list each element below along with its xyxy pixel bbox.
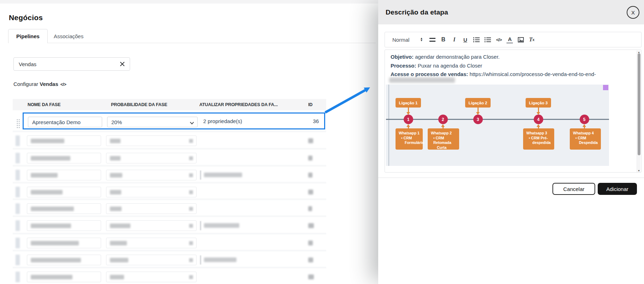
chevron-down-icon xyxy=(189,258,193,262)
phase-name-input[interactable] xyxy=(27,203,101,214)
drag-handle-icon[interactable] xyxy=(16,203,20,214)
phase-probability-select[interactable] xyxy=(106,135,197,146)
annotation-arrow xyxy=(319,81,375,116)
diagram-axis-line xyxy=(388,85,389,166)
phase-name-input[interactable] xyxy=(27,135,101,146)
scroll-down-icon[interactable]: ▼ xyxy=(637,169,641,172)
underline-icon[interactable]: U xyxy=(462,36,468,44)
phase-name-input[interactable] xyxy=(27,272,101,282)
drag-handle-icon[interactable] xyxy=(16,135,20,146)
whatsapp-2-box: Whatsapp 2 • CRM Retomada Curta xyxy=(428,128,459,150)
panel-footer-divider xyxy=(378,178,644,178)
phase-probability-select[interactable] xyxy=(106,272,197,282)
code-icon: </> xyxy=(60,82,66,87)
phase-probability-select[interactable] xyxy=(106,238,197,248)
redacted-properties xyxy=(204,257,236,262)
scroll-up-icon[interactable]: ▲ xyxy=(637,51,641,53)
editor-scrollbar-thumb[interactable] xyxy=(638,53,640,155)
phase-name-input[interactable] xyxy=(27,220,101,231)
text-color-icon[interactable]: A xyxy=(507,36,513,44)
redacted-text xyxy=(31,156,70,161)
whatsapp-box-line: • CRM Pré- xyxy=(526,136,554,141)
table-row xyxy=(13,217,326,234)
phase-name-input[interactable] xyxy=(27,170,101,180)
whatsapp-box-line: Formulário xyxy=(399,140,423,145)
step-circle-3: 3 xyxy=(473,115,483,124)
whatsapp-box-line: • CRM xyxy=(399,136,423,141)
redacted-text xyxy=(110,156,121,161)
phase-name-input[interactable] xyxy=(27,255,101,265)
phase-name-input[interactable] xyxy=(27,187,101,197)
pipeline-search-input[interactable]: Vendas xyxy=(13,57,130,71)
phase-probability-select[interactable] xyxy=(106,187,197,197)
bullet-list-icon[interactable] xyxy=(484,36,491,44)
phase-properties-link[interactable]: 2 propriedade(s) xyxy=(203,114,242,128)
editor-scrollbar[interactable]: ▲ ▼ xyxy=(637,51,640,172)
whatsapp-box-title: Whatsapp 3 xyxy=(526,131,554,136)
font-size-icon[interactable]: ▲▼ xyxy=(418,36,425,44)
phase-name-input[interactable] xyxy=(27,153,101,163)
configure-pipeline-name: Vendas xyxy=(40,81,58,87)
stage-description-panel: Descrição da etapa X Normal ▲▼ B I U </>… xyxy=(378,0,644,284)
arrow-stem xyxy=(538,108,539,112)
drag-handle-icon[interactable] xyxy=(16,187,20,197)
italic-icon[interactable]: I xyxy=(451,36,457,44)
redacted-text xyxy=(31,275,72,279)
phase-probability-select[interactable] xyxy=(106,220,197,231)
redacted-text xyxy=(31,173,58,178)
insert-image-icon[interactable] xyxy=(517,36,524,44)
redacted-id xyxy=(308,173,312,178)
page-title: Negócios xyxy=(9,13,43,22)
editor-line-text: Puxar na agenda do Closer xyxy=(416,63,482,69)
app-root: Negócios Pipelines Associações Vendas Co… xyxy=(0,0,644,284)
phase-name-input[interactable] xyxy=(27,238,101,248)
redacted-text xyxy=(110,139,121,143)
double-bar-icon xyxy=(429,38,435,42)
phase-probability-select[interactable] xyxy=(106,255,197,265)
drag-handle-icon[interactable] xyxy=(16,238,20,248)
add-button[interactable]: Adicionar xyxy=(598,183,637,195)
col-header-probabilidade: PROBABILIDADE DA FASE xyxy=(111,99,167,110)
step-circle-5: 5 xyxy=(580,115,589,124)
redacted-id xyxy=(308,274,314,279)
phase-name-value: Apresentação Demo xyxy=(32,119,81,125)
whatsapp-box-line: • CRM Retomada xyxy=(431,136,459,145)
redacted-id xyxy=(308,156,312,161)
editor-text: Objetivo: agendar demonstração para Clos… xyxy=(391,53,596,79)
redacted-text xyxy=(31,241,79,245)
line-height-icon[interactable] xyxy=(429,36,435,44)
cancel-button[interactable]: Cancelar xyxy=(552,183,595,195)
ordered-list-icon[interactable] xyxy=(473,36,480,44)
phase-probability-select[interactable] xyxy=(106,203,197,214)
phase-name-input[interactable]: Apresentação Demo xyxy=(28,117,102,127)
tab-pipelines[interactable]: Pipelines xyxy=(8,29,48,43)
drag-handle-icon[interactable] xyxy=(16,272,20,282)
drag-handle-icon[interactable] xyxy=(16,153,20,163)
ligacao-3-box: Ligação 3 xyxy=(526,98,551,108)
drag-handle-icon[interactable] xyxy=(16,255,20,265)
tab-associacoes[interactable]: Associações xyxy=(54,29,83,43)
redacted-text xyxy=(31,139,64,143)
configure-line[interactable]: Configurar Vendas</> xyxy=(13,81,66,87)
table-row xyxy=(13,234,326,251)
code-block-icon[interactable]: </> xyxy=(496,36,502,44)
step-circle-4: 4 xyxy=(534,115,543,124)
drag-handle-icon[interactable] xyxy=(16,119,20,128)
phase-probability-select[interactable]: 20% xyxy=(107,117,198,127)
phase-probability-select[interactable] xyxy=(106,153,197,163)
drag-handle-icon[interactable] xyxy=(16,170,20,180)
clear-formatting-icon[interactable]: Tx xyxy=(528,36,535,44)
embedded-process-diagram-image[interactable]: Ligação 1 Ligação 2 Ligação 3 1 2 3 4 5 xyxy=(386,85,609,166)
col-header-nome: NOME DA FASE xyxy=(28,99,60,110)
paragraph-style-dropdown[interactable]: Normal xyxy=(392,37,409,43)
redacted-text xyxy=(31,258,81,262)
clear-search-icon[interactable] xyxy=(120,62,125,66)
stage-description-editor[interactable]: Objetivo: agendar demonstração para Clos… xyxy=(385,50,642,173)
bold-icon[interactable]: B xyxy=(440,36,446,44)
close-button[interactable]: X xyxy=(627,6,639,19)
editor-line-label: Acesse o processo de vendas: xyxy=(391,71,468,77)
drag-handle-icon[interactable] xyxy=(16,220,20,231)
chevron-down-icon xyxy=(190,120,194,124)
editor-line-label: Objetivo: xyxy=(391,54,414,60)
phase-probability-select[interactable] xyxy=(106,170,197,180)
